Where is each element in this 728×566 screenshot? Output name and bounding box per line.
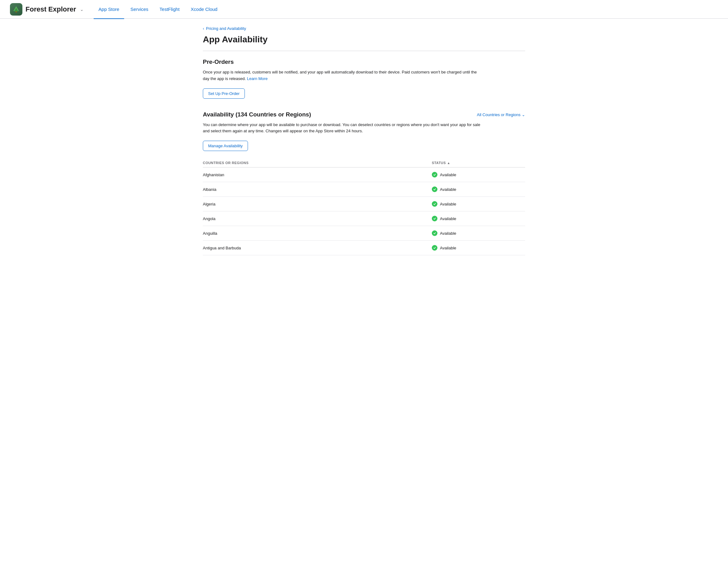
tab-testflight[interactable]: TestFlight bbox=[155, 0, 184, 19]
table-row: Albania Available bbox=[203, 182, 525, 197]
table-row: Antigua and Barbuda Available bbox=[203, 241, 525, 255]
country-name: Afghanistan bbox=[203, 172, 432, 177]
tab-xcode-cloud[interactable]: Xcode Cloud bbox=[186, 0, 222, 19]
all-countries-link[interactable]: All Countries or Regions ⌄ bbox=[477, 112, 525, 117]
breadcrumb-label: Pricing and Availability bbox=[206, 26, 246, 31]
availability-table: COUNTRIES OR REGIONS STATUS ▲ Afghanista… bbox=[203, 158, 525, 255]
status-cell: Available bbox=[432, 186, 525, 192]
status-label: Available bbox=[440, 202, 456, 206]
col-country-header: COUNTRIES OR REGIONS bbox=[203, 161, 432, 165]
tab-app-store[interactable]: App Store bbox=[94, 0, 124, 19]
available-icon bbox=[432, 216, 437, 221]
preorders-section: Pre-Orders Once your app is released, cu… bbox=[203, 58, 525, 99]
status-cell: Available bbox=[432, 230, 525, 236]
country-name: Antigua and Barbuda bbox=[203, 245, 432, 250]
breadcrumb-chevron-icon: ‹ bbox=[203, 26, 204, 31]
breadcrumb[interactable]: ‹ Pricing and Availability bbox=[203, 26, 525, 31]
chevron-down-icon: ⌄ bbox=[80, 7, 84, 12]
table-row: Algeria Available bbox=[203, 197, 525, 211]
availability-header: Availability (134 Countries or Regions) … bbox=[203, 111, 525, 118]
available-icon bbox=[432, 172, 437, 177]
status-cell: Available bbox=[432, 172, 525, 177]
setup-preorder-button[interactable]: Set Up Pre-Order bbox=[203, 88, 245, 99]
app-name: Forest Explorer bbox=[26, 5, 76, 13]
manage-availability-button[interactable]: Manage Availability bbox=[203, 141, 248, 151]
status-cell: Available bbox=[432, 216, 525, 221]
title-divider bbox=[203, 51, 525, 51]
availability-title: Availability (134 Countries or Regions) bbox=[203, 111, 311, 118]
preorders-title: Pre-Orders bbox=[203, 58, 525, 65]
availability-section: Availability (134 Countries or Regions) … bbox=[203, 111, 525, 255]
table-row: Angola Available bbox=[203, 211, 525, 226]
status-label: Available bbox=[440, 216, 456, 221]
available-icon bbox=[432, 230, 437, 236]
available-icon bbox=[432, 201, 437, 207]
tab-services[interactable]: Services bbox=[125, 0, 153, 19]
chevron-down-icon: ⌄ bbox=[522, 112, 525, 117]
col-status-header: STATUS ▲ bbox=[432, 161, 525, 165]
sort-arrow-icon: ▲ bbox=[447, 161, 450, 165]
status-cell: Available bbox=[432, 201, 525, 207]
country-name: Albania bbox=[203, 187, 432, 192]
page-title: App Availability bbox=[203, 35, 525, 44]
table-body: Afghanistan Available Albania Available bbox=[203, 167, 525, 255]
country-name: Angola bbox=[203, 216, 432, 221]
status-cell: Available bbox=[432, 245, 525, 250]
nav-tabs: App Store Services TestFlight Xcode Clou… bbox=[94, 0, 222, 18]
status-label: Available bbox=[440, 187, 456, 192]
status-label: Available bbox=[440, 172, 456, 177]
app-identity[interactable]: Forest Explorer ⌄ bbox=[10, 3, 84, 16]
country-name: Algeria bbox=[203, 202, 432, 206]
available-icon bbox=[432, 186, 437, 192]
availability-description: You can determine where your app will be… bbox=[203, 122, 483, 135]
available-icon bbox=[432, 245, 437, 250]
preorders-description: Once your app is released, customers wil… bbox=[203, 69, 483, 82]
app-icon bbox=[10, 3, 22, 16]
table-header: COUNTRIES OR REGIONS STATUS ▲ bbox=[203, 158, 525, 167]
table-row: Afghanistan Available bbox=[203, 167, 525, 182]
main-content: ‹ Pricing and Availability App Availabil… bbox=[193, 19, 535, 280]
svg-rect-2 bbox=[16, 11, 17, 12]
status-label: Available bbox=[440, 231, 456, 236]
country-name: Anguilla bbox=[203, 231, 432, 236]
learn-more-link[interactable]: Learn More bbox=[247, 76, 268, 81]
table-row: Anguilla Available bbox=[203, 226, 525, 241]
status-label: Available bbox=[440, 245, 456, 250]
header: Forest Explorer ⌄ App Store Services Tes… bbox=[0, 0, 728, 19]
